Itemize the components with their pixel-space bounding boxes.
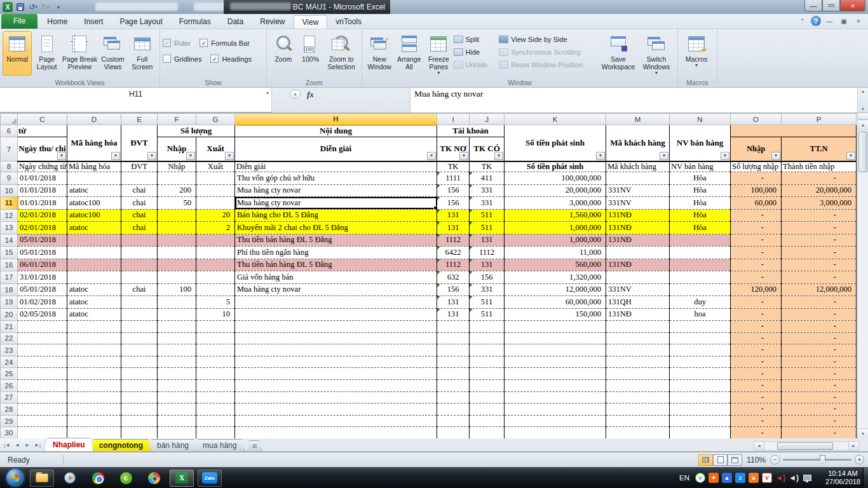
cell-H25[interactable] [235,368,437,380]
v-tray-icon[interactable]: V [762,473,772,483]
row-header-19[interactable]: 19 [1,296,18,309]
cell-H8[interactable]: Diễn giải [235,161,437,172]
column-header-C[interactable]: C [18,114,67,125]
speaker-icon[interactable]: ◄) [789,473,799,483]
cell-O11[interactable]: 60,000 [731,197,782,210]
cell-G20[interactable]: 10 [196,308,235,321]
cell-P17[interactable]: - [782,271,857,284]
cell-E25[interactable] [121,368,158,380]
cell-F15[interactable] [158,247,196,259]
cell-H17[interactable]: Giá vốn hàng bán [235,271,437,284]
cell-P26[interactable]: - [782,379,857,391]
cell-H18[interactable]: Mua hàng cty novar [235,283,437,296]
cell-E30[interactable] [121,427,158,438]
header-cell-N6[interactable]: NV bán hàng▼ [670,125,731,161]
filter-dropdown-icon-N[interactable]: ▼ [721,152,729,160]
cell-D18[interactable]: atatoc [67,283,121,296]
cell-D24[interactable] [67,356,121,368]
filter-dropdown-icon-J[interactable]: ▼ [494,152,503,160]
cell-J23[interactable] [470,344,505,356]
row-header-18[interactable]: 18 [1,283,18,296]
scroll-up-icon[interactable]: ▲ [861,89,865,93]
filter-dropdown-icon-O[interactable]: ▼ [771,152,780,160]
tray-icon-orange[interactable]: ✦ [709,473,719,483]
cell-G8[interactable]: Xuất [196,161,235,172]
cell-N21[interactable] [670,321,731,333]
cell-K28[interactable] [505,403,606,416]
cell-G10[interactable] [196,184,235,197]
row-header-30[interactable]: 30 [1,427,18,438]
cell-M29[interactable] [606,415,670,427]
cell-D30[interactable] [67,427,121,438]
cell-F18[interactable]: 100 [158,283,196,296]
cell-I17[interactable]: 632 [437,271,470,284]
header-cell-C7[interactable]: Ngày thu/ chi▼ [18,137,67,161]
first-sheet-icon[interactable]: |◄ [3,442,11,448]
cell-J16[interactable]: 131 [470,259,505,271]
scroll-right-arrow-icon[interactable]: ► [848,441,859,451]
cell-H15[interactable]: Phí thu tiền ngân hàng [235,247,437,259]
header-cell-D6[interactable]: Mã hàng hóa▼ [67,125,121,161]
row-header-24[interactable]: 24 [1,356,18,368]
cell-P19[interactable]: - [782,296,857,309]
cell-F27[interactable] [158,391,196,403]
cell-P18[interactable]: 12,000,000 [782,283,857,296]
row-header-10[interactable]: 10 [1,184,18,197]
cell-O24[interactable]: - [731,356,782,368]
zoom-to-selection-button[interactable]: Zoom to Selection [323,31,359,76]
insert-worksheet-button[interactable]: ⊞ [246,440,262,451]
cell-E17[interactable] [121,271,158,284]
cell-N23[interactable] [670,344,731,356]
column-header-F[interactable]: F [158,114,196,125]
prev-sheet-icon[interactable]: ◄ [13,442,22,448]
taskbar-chrome-button[interactable] [86,470,110,487]
cell-O21[interactable]: - [731,321,782,333]
zoom-out-icon[interactable]: − [770,455,780,464]
cell-F10[interactable]: 200 [158,184,196,197]
cell-J30[interactable] [470,427,505,438]
cell-P10[interactable]: 20,000,000 [782,184,857,197]
cell-P16[interactable]: - [782,259,857,271]
cell-C27[interactable] [18,391,67,403]
cell-D21[interactable] [67,321,121,333]
scroll-down-arrow-icon[interactable]: ▼ [858,428,868,438]
row-header-16[interactable]: 16 [1,259,18,271]
cell-C28[interactable] [18,403,67,416]
scroll-left-arrow-icon[interactable]: ◄ [754,441,764,451]
hide-button[interactable]: Hide [454,46,499,58]
cell-O27[interactable]: - [731,391,782,403]
cell-D29[interactable] [67,415,121,427]
cell-E28[interactable] [121,403,158,416]
cell-M23[interactable] [606,344,670,356]
cell-C12[interactable]: 02/01/2018 [18,209,67,222]
cell-E24[interactable] [121,356,158,368]
cell-H12[interactable]: Bán hàng cho ĐL 5 Đẳng [235,209,437,222]
cell-E19[interactable] [121,296,158,309]
cell-O18[interactable]: 120,000 [731,283,782,296]
cell-O28[interactable]: - [731,403,782,416]
cell-E22[interactable] [121,332,158,344]
cell-K26[interactable] [505,379,606,391]
cell-M14[interactable]: 131NĐ [606,234,670,247]
cell-D23[interactable] [67,344,121,356]
vertical-scrollbar[interactable]: ▲ ▼ [857,113,868,438]
cell-C18[interactable]: 05/01/2018 [18,283,67,296]
cell-P20[interactable]: - [782,308,857,321]
cell-I13[interactable]: 131 [437,222,470,234]
cell-I14[interactable]: 1112 [437,234,470,247]
cell-E11[interactable]: chai [121,197,158,210]
cell-O15[interactable]: - [731,247,782,259]
cell-K15[interactable]: 11,000 [505,247,606,259]
cell-N19[interactable]: duy [670,296,731,309]
cell-K12[interactable]: 1,560,000 [505,209,606,222]
close-button[interactable]: × [840,0,865,11]
collapse-ribbon-icon[interactable]: ⌃ [796,17,809,26]
cell-P9[interactable]: - [782,172,857,185]
cell-E26[interactable] [121,379,158,391]
gridlines-checkbox-row[interactable]: Gridlines [163,53,201,65]
cell-J27[interactable] [470,391,505,403]
cell-F12[interactable] [158,209,196,222]
cell-K23[interactable] [505,344,606,356]
horizontal-scroll-thumb[interactable] [777,442,833,450]
row-header-21[interactable]: 21 [1,321,18,333]
